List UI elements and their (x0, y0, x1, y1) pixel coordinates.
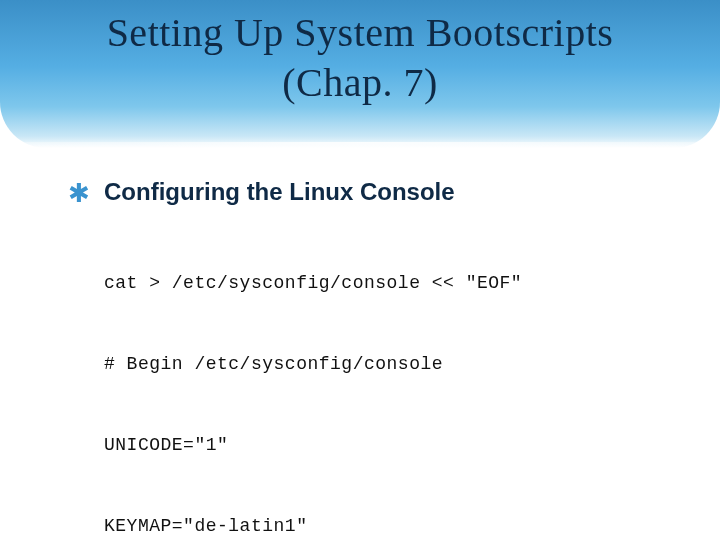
code-line: cat > /etc/sysconfig/console << "EOF" (104, 270, 680, 297)
code-line: KEYMAP="de-latin1" (104, 513, 680, 540)
slide: Setting Up System Bootscripts (Chap. 7) … (0, 0, 720, 540)
asterisk-icon: ✱ (68, 180, 90, 206)
content-area: ✱ Configuring the Linux Console cat > /e… (68, 178, 680, 540)
bullet-text-label: Configuring the Linux Console (104, 178, 455, 205)
bullet-row: ✱ Configuring the Linux Console (68, 178, 680, 206)
code-line: UNICODE="1" (104, 432, 680, 459)
bullet-text: Configuring the Linux Console (104, 178, 455, 206)
title-line-1: Setting Up System Bootscripts (107, 10, 614, 55)
title-line-2: (Chap. 7) (282, 60, 438, 105)
code-block: cat > /etc/sysconfig/console << "EOF" # … (104, 216, 680, 540)
code-line: # Begin /etc/sysconfig/console (104, 351, 680, 378)
slide-title: Setting Up System Bootscripts (Chap. 7) (0, 8, 720, 108)
